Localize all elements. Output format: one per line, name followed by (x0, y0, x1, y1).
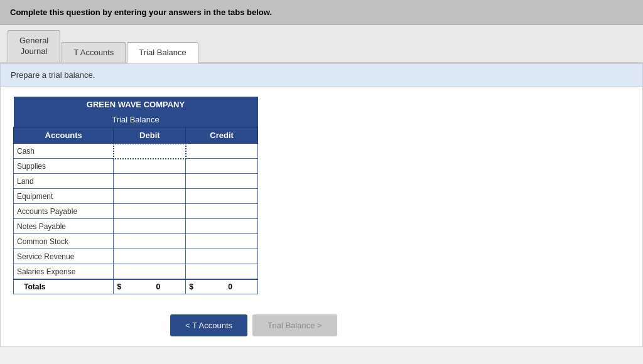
credit-input-cell[interactable] (186, 144, 258, 159)
credit-input[interactable] (186, 189, 257, 203)
account-name-cell: Supplies (14, 159, 114, 174)
debit-header: Debit (114, 127, 186, 144)
tabs-row: GeneralJournal T Accounts Trial Balance (0, 25, 643, 63)
debit-input-cell[interactable] (114, 189, 186, 204)
totals-label: Totals (14, 279, 114, 294)
table-row: Equipment (14, 189, 258, 204)
credit-input[interactable] (186, 234, 257, 249)
debit-input[interactable] (114, 219, 185, 233)
instruction-bar: Complete this question by entering your … (0, 0, 643, 25)
account-name-cell: Cash (14, 144, 114, 159)
tab-trial-balance[interactable]: Trial Balance (127, 42, 198, 63)
debit-input[interactable] (114, 234, 185, 249)
table-title: Trial Balance (14, 112, 258, 127)
account-name-cell: Equipment (14, 189, 114, 204)
debit-input-cell[interactable] (114, 159, 186, 174)
trial-balance-table: GREEN WAVE COMPANY Trial Balance Account… (13, 97, 258, 294)
company-name: GREEN WAVE COMPANY (14, 97, 258, 112)
totals-credit-symbol: $ (189, 282, 193, 291)
credit-input-cell[interactable] (186, 219, 258, 234)
debit-input[interactable] (114, 144, 185, 158)
table-row: Notes Payable (14, 219, 258, 234)
debit-input-cell[interactable] (114, 234, 186, 249)
table-row: Common Stock (14, 234, 258, 249)
debit-input-cell[interactable] (114, 249, 186, 264)
next-button: Trial Balance > (252, 314, 337, 336)
debit-input[interactable] (114, 189, 185, 203)
credit-input-cell[interactable] (186, 159, 258, 174)
page-wrapper: Complete this question by entering your … (0, 0, 643, 364)
credit-input-cell[interactable] (186, 234, 258, 249)
account-name-cell: Salaries Expense (14, 264, 114, 279)
instruction-text: Complete this question by entering your … (10, 8, 272, 17)
account-name-cell: Accounts Payable (14, 204, 114, 219)
accounts-header: Accounts (14, 127, 114, 144)
debit-input-cell[interactable] (114, 219, 186, 234)
account-name-cell: Notes Payable (14, 219, 114, 234)
credit-input-cell[interactable] (186, 189, 258, 204)
table-row: Supplies (14, 159, 258, 174)
nav-buttons: < T Accounts Trial Balance > (1, 304, 642, 346)
content-area: Prepare a trial balance. GREEN WAVE COMP… (0, 63, 643, 347)
account-name-cell: Service Revenue (14, 249, 114, 264)
debit-input-cell[interactable] (114, 144, 186, 159)
col-headers-row: Accounts Debit Credit (14, 127, 258, 144)
credit-input[interactable] (186, 264, 257, 279)
credit-input[interactable] (186, 144, 257, 158)
prev-button[interactable]: < T Accounts (170, 314, 247, 336)
totals-credit-cell: $ (186, 279, 258, 294)
credit-input[interactable] (186, 219, 257, 233)
totals-credit-input[interactable] (195, 282, 232, 291)
account-name-cell: Common Stock (14, 234, 114, 249)
totals-row: Totals $ $ (14, 279, 258, 294)
table-row: Land (14, 174, 258, 189)
debit-input[interactable] (114, 249, 185, 264)
tab-general-journal[interactable]: GeneralJournal (8, 30, 60, 62)
table-row: Accounts Payable (14, 204, 258, 219)
credit-input[interactable] (186, 249, 257, 264)
credit-header: Credit (186, 127, 258, 144)
debit-input-cell[interactable] (114, 264, 186, 279)
debit-input-cell[interactable] (114, 174, 186, 189)
table-container: GREEN WAVE COMPANY Trial Balance Account… (1, 87, 642, 304)
table-row: Cash (14, 144, 258, 159)
credit-input-cell[interactable] (186, 174, 258, 189)
credit-input-cell[interactable] (186, 249, 258, 264)
debit-input[interactable] (114, 174, 185, 188)
prepare-label: Prepare a trial balance. (1, 64, 642, 87)
debit-input[interactable] (114, 204, 185, 218)
tab-t-accounts[interactable]: T Accounts (62, 42, 126, 62)
account-name-cell: Land (14, 174, 114, 189)
table-row: Service Revenue (14, 249, 258, 264)
totals-debit-input[interactable] (122, 282, 160, 291)
credit-input[interactable] (186, 204, 257, 218)
totals-debit-symbol: $ (117, 282, 121, 291)
debit-input[interactable] (114, 159, 185, 174)
credit-input-cell[interactable] (186, 264, 258, 279)
credit-input[interactable] (186, 159, 257, 173)
credit-input[interactable] (186, 174, 257, 188)
title-row: Trial Balance (14, 112, 258, 127)
debit-input[interactable] (114, 264, 185, 279)
debit-input-cell[interactable] (114, 204, 186, 219)
credit-input-cell[interactable] (186, 204, 258, 219)
totals-debit-cell: $ (114, 279, 186, 294)
table-row: Salaries Expense (14, 264, 258, 279)
company-header-row: GREEN WAVE COMPANY (14, 97, 258, 112)
